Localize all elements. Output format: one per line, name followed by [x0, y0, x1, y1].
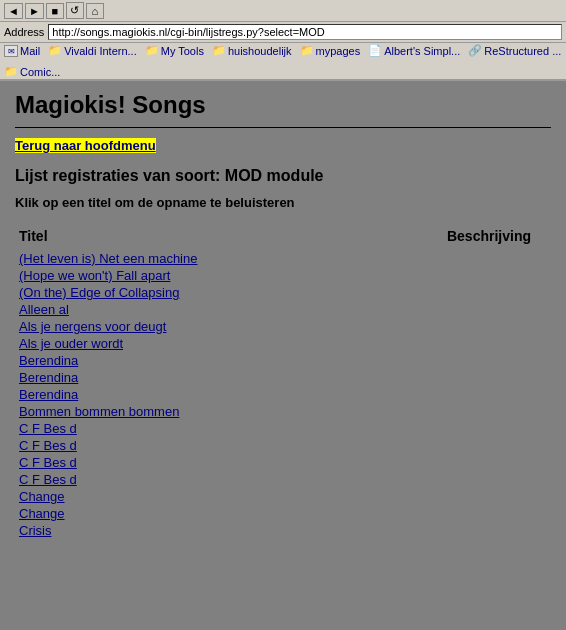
bookmark-comic[interactable]: 📁 Comic... — [4, 65, 60, 78]
description-cell — [354, 454, 551, 471]
song-link[interactable]: Als je nergens voor deugt — [19, 319, 350, 334]
song-cell: (Het leven is) Net een machine — [15, 250, 354, 267]
song-link[interactable]: C F Bes d — [19, 472, 350, 487]
description-cell — [354, 318, 551, 335]
description-cell — [354, 386, 551, 403]
folder-icon: 📁 — [212, 44, 226, 57]
song-link[interactable]: C F Bes d — [19, 455, 350, 470]
description-cell — [354, 284, 551, 301]
song-link[interactable]: Change — [19, 506, 350, 521]
table-row: C F Bes d — [15, 437, 551, 454]
back-link[interactable]: Terug naar hoofdmenu — [15, 138, 156, 153]
song-link[interactable]: C F Bes d — [19, 438, 350, 453]
bookmark-huishoudelijk-label: huishoudelijk — [228, 45, 292, 57]
link-icon: 🔗 — [468, 44, 482, 57]
toolbar: ◄ ► ■ ↺ ⌂ — [0, 0, 566, 22]
description-cell — [354, 267, 551, 284]
table-row: C F Bes d — [15, 471, 551, 488]
song-cell: C F Bes d — [15, 454, 354, 471]
folder-icon: 📁 — [300, 44, 314, 57]
table-row: Als je ouder wordt — [15, 335, 551, 352]
song-cell: C F Bes d — [15, 437, 354, 454]
song-cell: (On the) Edge of Collapsing — [15, 284, 354, 301]
description-cell — [354, 488, 551, 505]
description-cell — [354, 403, 551, 420]
song-cell: Als je nergens voor deugt — [15, 318, 354, 335]
table-row: Als je nergens voor deugt — [15, 318, 551, 335]
description-cell — [354, 250, 551, 267]
address-bar: Address — [0, 22, 566, 43]
description-cell — [354, 335, 551, 352]
forward-button[interactable]: ► — [25, 3, 44, 19]
song-cell: Change — [15, 488, 354, 505]
browser-chrome: ◄ ► ■ ↺ ⌂ Address ✉ Mail 📁 Vivaldi Inter… — [0, 0, 566, 81]
table-row: Berendina — [15, 352, 551, 369]
bookmark-mytools[interactable]: 📁 My Tools — [145, 44, 204, 57]
songs-table: Titel Beschrijving (Het leven is) Net ee… — [15, 226, 551, 539]
song-link[interactable]: Berendina — [19, 387, 350, 402]
description-cell — [354, 420, 551, 437]
bookmark-vivaldi-label: Vivaldi Intern... — [64, 45, 137, 57]
stop-button[interactable]: ■ — [46, 3, 64, 19]
home-button[interactable]: ⌂ — [86, 3, 104, 19]
description-cell — [354, 471, 551, 488]
bookmark-mypages[interactable]: 📁 mypages — [300, 44, 361, 57]
bookmark-comic-label: Comic... — [20, 66, 60, 78]
song-link[interactable]: (Hope we won't) Fall apart — [19, 268, 350, 283]
folder-icon: 📁 — [48, 44, 62, 57]
table-row: Change — [15, 488, 551, 505]
col-description-header: Beschrijving — [354, 226, 551, 250]
song-link[interactable]: Bommen bommen bommen — [19, 404, 350, 419]
page-title: Magiokis! Songs — [15, 91, 551, 119]
bookmark-mypages-label: mypages — [316, 45, 361, 57]
bookmark-alberts-label: Albert's Simpl... — [384, 45, 460, 57]
address-input[interactable] — [48, 24, 562, 40]
song-link[interactable]: Change — [19, 489, 350, 504]
table-row: Change — [15, 505, 551, 522]
song-cell: Berendina — [15, 352, 354, 369]
page-icon: 📄 — [368, 44, 382, 57]
description-cell — [354, 369, 551, 386]
song-link[interactable]: C F Bes d — [19, 421, 350, 436]
back-button[interactable]: ◄ — [4, 3, 23, 19]
table-header-row: Titel Beschrijving — [15, 226, 551, 250]
bookmark-huishoudelijk[interactable]: 📁 huishoudelijk — [212, 44, 292, 57]
page-content: Magiokis! Songs Terug naar hoofdmenu Lij… — [0, 81, 566, 581]
song-link[interactable]: Alleen al — [19, 302, 350, 317]
address-label: Address — [4, 26, 44, 38]
song-cell: Berendina — [15, 369, 354, 386]
bookmark-mail[interactable]: ✉ Mail — [4, 45, 40, 57]
bookmark-vivaldi[interactable]: 📁 Vivaldi Intern... — [48, 44, 137, 57]
table-row: (Hope we won't) Fall apart — [15, 267, 551, 284]
col-title-header: Titel — [15, 226, 354, 250]
description-cell — [354, 352, 551, 369]
song-cell: C F Bes d — [15, 420, 354, 437]
bookmarks-bar: ✉ Mail 📁 Vivaldi Intern... 📁 My Tools 📁 … — [0, 43, 566, 80]
description-cell — [354, 437, 551, 454]
song-link[interactable]: Berendina — [19, 353, 350, 368]
song-link[interactable]: (Het leven is) Net een machine — [19, 251, 350, 266]
song-link[interactable]: Als je ouder wordt — [19, 336, 350, 351]
song-link[interactable]: Crisis — [19, 523, 350, 538]
table-row: C F Bes d — [15, 420, 551, 437]
table-row: (On the) Edge of Collapsing — [15, 284, 551, 301]
song-cell: Als je ouder wordt — [15, 335, 354, 352]
refresh-button[interactable]: ↺ — [66, 2, 84, 19]
song-cell: C F Bes d — [15, 471, 354, 488]
song-cell: Crisis — [15, 522, 354, 539]
description-cell — [354, 522, 551, 539]
bookmark-alberts[interactable]: 📄 Albert's Simpl... — [368, 44, 460, 57]
song-cell: Berendina — [15, 386, 354, 403]
description-cell — [354, 505, 551, 522]
folder-icon: 📁 — [4, 65, 18, 78]
table-row: Crisis — [15, 522, 551, 539]
description-cell — [354, 301, 551, 318]
song-cell: Bommen bommen bommen — [15, 403, 354, 420]
song-link[interactable]: (On the) Edge of Collapsing — [19, 285, 350, 300]
folder-icon: 📁 — [145, 44, 159, 57]
bookmark-restructured-label: ReStructured ... — [484, 45, 561, 57]
song-link[interactable]: Berendina — [19, 370, 350, 385]
song-cell: Change — [15, 505, 354, 522]
bookmark-restructured[interactable]: 🔗 ReStructured ... — [468, 44, 561, 57]
table-row: Berendina — [15, 386, 551, 403]
